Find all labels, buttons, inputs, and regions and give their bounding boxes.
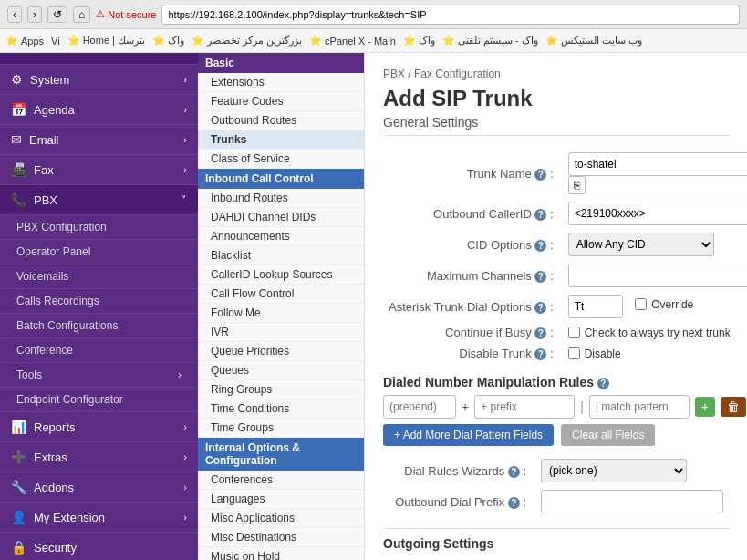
disable-trunk-checkbox[interactable] — [568, 347, 580, 359]
nav-link-misc-destinations[interactable]: Misc Destinations — [198, 528, 364, 547]
nav-link-feature-codes[interactable]: Feature Codes — [198, 92, 364, 111]
pipe-sign: | — [580, 399, 584, 414]
my-extension-arrow-icon: › — [183, 512, 187, 523]
sidebar-item-endpoint-configurator[interactable]: Endpoint Configurator — [0, 388, 198, 412]
sidebar-item-fax[interactable]: 📠 Fax › — [0, 155, 198, 185]
override-checkbox[interactable] — [635, 298, 647, 310]
address-bar[interactable] — [161, 5, 740, 25]
sidebar-item-extras[interactable]: ➕ Extras › — [0, 442, 198, 472]
add-more-dial-pattern-button[interactable]: + Add More Dial Pattern Fields — [383, 424, 554, 446]
sidebar-item-operator-panel[interactable]: Operator Panel — [0, 240, 198, 264]
outbound-prefix-help-icon: ? — [508, 497, 520, 509]
extras-icon: ➕ — [11, 450, 26, 464]
sidebar-item-security[interactable]: 🔒 Security — [0, 533, 198, 560]
nav-link-call-flow[interactable]: Call Flow Control — [198, 285, 364, 304]
bookmark-apps[interactable]: ⭐ Apps — [5, 35, 44, 47]
trunk-name-copy-button[interactable]: ⎘ — [568, 176, 586, 194]
sidebar-item-addons[interactable]: 🔧 Addons › — [0, 472, 198, 503]
nav-link-languages[interactable]: Languages — [198, 490, 364, 509]
nav-link-dahdi[interactable]: DAHDI Channel DIDs — [198, 208, 364, 227]
cid-options-help-icon: ? — [534, 240, 546, 252]
prefix-input[interactable] — [474, 395, 575, 419]
refresh-button[interactable]: ↺ — [47, 6, 67, 23]
nav-link-announcements[interactable]: Announcements — [198, 227, 364, 246]
nav-link-outbound-routes[interactable]: Outbound Routes — [198, 111, 364, 130]
bookmark-cpanel-main[interactable]: ⭐ cPanel X - Main — [309, 35, 396, 47]
sidebar-item-calls-recordings[interactable]: Calls Recordings — [0, 289, 198, 314]
browser-top-bar: ‹ › ↺ ⌂ ⚠ Not secure — [0, 0, 747, 29]
sidebar-item-voicemails[interactable]: Voicemails — [0, 264, 198, 289]
sidebar-item-email[interactable]: ✉ Email › — [0, 125, 198, 155]
dial-rules-select[interactable]: (pick one) — [541, 459, 687, 482]
bookmark-home[interactable]: ⭐ Home | بترسك — [67, 35, 145, 47]
sidebar-item-reports[interactable]: 📊 Reports › — [0, 412, 198, 442]
nav-link-class-of-service[interactable]: Class of Service — [198, 150, 364, 169]
addons-icon: 🔧 — [11, 480, 26, 494]
nav-link-time-groups[interactable]: Time Groups — [198, 419, 364, 438]
nav-link-conferences[interactable]: Conferences — [198, 471, 364, 490]
sidebar-item-pbx[interactable]: 📞 PBX ˅ — [0, 185, 198, 215]
sidebar-item-tools[interactable]: Tools › — [0, 363, 198, 388]
bookmark-wak3[interactable]: ⭐ واک - سیستم تلفتی — [442, 35, 538, 47]
sidebar-item-agenda[interactable]: 📅 Agenda › — [0, 95, 198, 125]
nav-link-misc-applications[interactable]: Misc Applications — [198, 509, 364, 528]
dial-rules-form: Dial Rules Wizards ? : (pick one) Outbou… — [383, 455, 729, 517]
not-secure-label: ⚠ Not secure — [96, 8, 156, 20]
max-channels-label: Maximum Channels ? : — [383, 260, 563, 291]
outbound-dial-prefix-label: Outbound Dial Prefix ? : — [383, 486, 535, 517]
nav-link-callerid-lookup[interactable]: CallerID Lookup Sources — [198, 265, 364, 285]
forward-button[interactable]: › — [27, 6, 42, 23]
remove-row-button[interactable]: 🗑 — [721, 397, 746, 417]
continue-if-busy-row: Continue if Busy ? : Check to always try… — [383, 322, 747, 343]
email-icon: ✉ — [11, 132, 22, 147]
nav-link-blacklist[interactable]: Blacklist — [198, 246, 364, 265]
outbound-callerid-input[interactable] — [568, 202, 747, 225]
outgoing-trunk-name-row: Trunk Name ? : — [383, 556, 729, 560]
sidebar-item-system[interactable]: ⚙ System › — [0, 65, 198, 95]
nav-link-time-conditions[interactable]: Time Conditions — [198, 399, 364, 419]
cid-options-select[interactable]: Allow Any CID Block Foreign CIDs Force T… — [568, 233, 714, 256]
nav-link-music-on-hold[interactable]: Music on Hold — [198, 547, 364, 560]
max-channels-input[interactable] — [568, 264, 747, 287]
home-button[interactable]: ⌂ — [73, 6, 90, 23]
nav-link-queues[interactable]: Queues — [198, 361, 364, 380]
prepend-input[interactable] — [383, 395, 456, 419]
pbx-arrow-icon: ˅ — [182, 194, 187, 206]
outbound-dial-prefix-input[interactable] — [541, 490, 723, 513]
nav-link-inbound-routes[interactable]: Inbound Routes — [198, 189, 364, 208]
sidebar-item-my-extension[interactable]: 👤 My Extension › — [0, 503, 198, 533]
asterisk-dial-input[interactable] — [568, 295, 623, 318]
continue-if-busy-checkbox[interactable] — [568, 327, 580, 338]
page-title: Add SIP Trunk — [383, 86, 729, 111]
outbound-callerid-label: Outbound CallerID ? : — [383, 198, 563, 229]
continue-busy-help-icon: ? — [534, 327, 546, 339]
bookmark-wak2[interactable]: ⭐ واک — [403, 35, 435, 47]
bookmark-cpanel[interactable]: ⭐ بزرگترین مرکز تخصصر — [192, 35, 302, 47]
nav-link-extensions[interactable]: Extensions — [198, 73, 364, 92]
nav-link-ivr[interactable]: IVR — [198, 323, 364, 342]
nav-link-trunks[interactable]: Trunks — [198, 130, 364, 150]
section-subtitle: General Settings — [383, 115, 729, 136]
sidebar-item-pbx-configuration[interactable]: PBX Configuration — [0, 215, 198, 240]
sidebar-item-conference[interactable]: Conference — [0, 338, 198, 363]
fax-arrow-icon: › — [183, 164, 187, 175]
nav-section-internal: Internal Options & Configuration — [198, 438, 364, 471]
sidebar-item-batch-configurations[interactable]: Batch Configurations — [0, 314, 198, 338]
nav-link-ring-groups[interactable]: Ring Groups — [198, 380, 364, 399]
sidebar-header: ... — [0, 53, 198, 65]
nav-link-queue-priorities[interactable]: Queue Priorities — [198, 342, 364, 361]
bookmark-web[interactable]: ⭐ وب سایت الستیکس — [545, 35, 642, 47]
add-row-button[interactable]: + — [695, 397, 715, 417]
match-pattern-input[interactable] — [589, 395, 690, 419]
nav-link-follow-me[interactable]: Follow Me — [198, 304, 364, 323]
dial-rules-label: Dial Rules Wizards ? : — [383, 455, 535, 486]
tools-arrow-icon: › — [178, 368, 182, 381]
back-button[interactable]: ‹ — [7, 6, 22, 23]
clear-all-fields-button[interactable]: Clear all Fields — [561, 424, 655, 446]
bookmark-wak1[interactable]: ⭐ واک — [152, 35, 184, 47]
bookmark-vi[interactable]: Vi — [51, 36, 60, 47]
dialed-number-help-icon: ? — [597, 378, 609, 389]
trunk-name-input[interactable] — [568, 152, 747, 176]
asterisk-dial-row: Asterisk Trunk Dial Options ? : Override — [383, 291, 747, 322]
agenda-icon: 📅 — [11, 102, 26, 117]
